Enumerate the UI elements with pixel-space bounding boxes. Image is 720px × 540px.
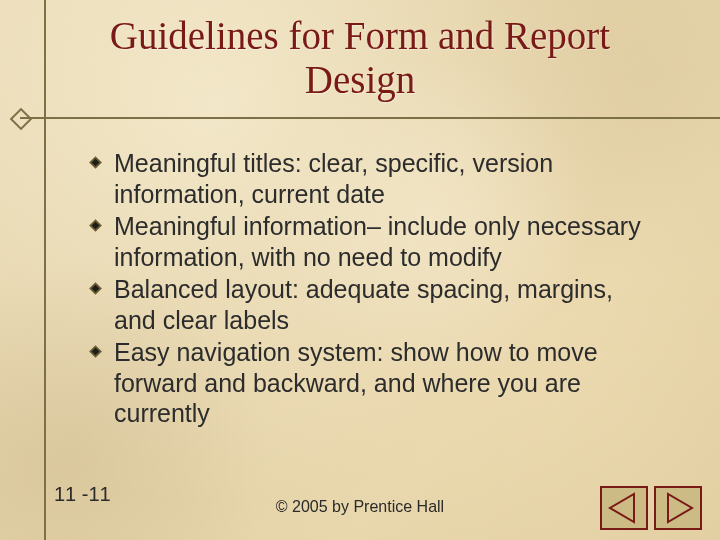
- list-item: Balanced layout: adequate spacing, margi…: [88, 274, 660, 335]
- list-item-text: Meaningful titles: clear, specific, vers…: [114, 149, 553, 208]
- prev-button[interactable]: [600, 486, 648, 530]
- horizontal-rule: [20, 117, 720, 119]
- list-item-text: Easy navigation system: show how to move…: [114, 338, 598, 427]
- diamond-bullet-icon: [88, 155, 103, 170]
- list-item: Meaningful information– include only nec…: [88, 211, 660, 272]
- diamond-bullet-icon: [88, 281, 103, 296]
- bullet-list: Meaningful titles: clear, specific, vers…: [88, 148, 660, 431]
- slide-title: Guidelines for Form and Report Design: [0, 0, 720, 107]
- list-item-text: Balanced layout: adequate spacing, margi…: [114, 275, 613, 334]
- next-button[interactable]: [654, 486, 702, 530]
- list-item: Easy navigation system: show how to move…: [88, 337, 660, 429]
- diamond-bullet-icon: [88, 218, 103, 233]
- rule-endcap-diamond: [10, 108, 33, 131]
- nav-controls: [600, 486, 702, 530]
- list-item: Meaningful titles: clear, specific, vers…: [88, 148, 660, 209]
- diamond-bullet-icon: [88, 344, 103, 359]
- list-item-text: Meaningful information– include only nec…: [114, 212, 641, 271]
